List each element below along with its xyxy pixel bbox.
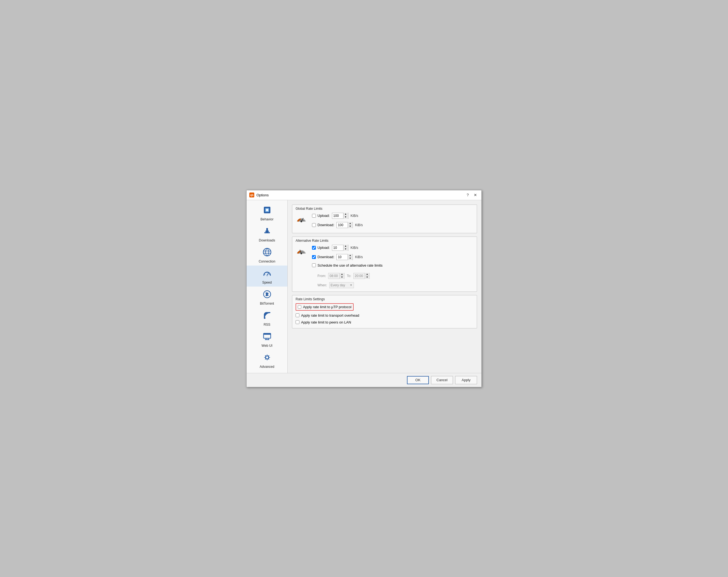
peers-checkbox[interactable]: [295, 320, 300, 324]
advanced-icon: [263, 353, 271, 364]
to-time-value[interactable]: 20:00: [354, 273, 365, 278]
global-download-spin[interactable]: 100 ▲ ▼: [336, 222, 353, 228]
help-button[interactable]: ?: [464, 192, 471, 198]
utp-checkbox[interactable]: [298, 305, 301, 309]
sidebar-item-downloads[interactable]: Downloads: [246, 223, 287, 245]
transport-checkbox[interactable]: [295, 313, 300, 317]
schedule-row: Schedule the use of alternative rate lim…: [312, 263, 383, 268]
global-upload-spin-up[interactable]: ▲: [343, 213, 348, 216]
alt-upload-input[interactable]: 10: [332, 245, 343, 250]
alt-upload-checkbox-label[interactable]: Upload:: [312, 246, 330, 250]
dialog-footer: OK Cancel Apply: [246, 373, 482, 387]
rss-icon: [263, 311, 271, 322]
alt-upload-spin-up[interactable]: ▲: [343, 245, 348, 248]
alt-rows: Upload: 10 ▲ ▼ KiB/s: [295, 245, 473, 288]
advanced-label: Advanced: [260, 365, 274, 368]
behavior-icon: [263, 205, 271, 216]
alt-inputs-col: Upload: 10 ▲ ▼ KiB/s: [312, 245, 383, 288]
main-content: Global Rate Limits: [288, 200, 482, 373]
global-download-spin-buttons: ▲ ▼: [347, 222, 352, 228]
alt-download-spin-up[interactable]: ▲: [348, 254, 352, 257]
peers-checkbox-label[interactable]: Apply rate limit to peers on LAN: [295, 320, 473, 324]
alt-download-checkbox[interactable]: [312, 255, 316, 259]
alt-download-spin-buttons: ▲ ▼: [347, 254, 352, 260]
peers-label: Apply rate limit to peers on LAN: [301, 320, 351, 324]
alt-upload-row: Upload: 10 ▲ ▼ KiB/s: [312, 245, 383, 251]
ok-button[interactable]: OK: [407, 376, 429, 384]
transport-checkbox-label[interactable]: Apply rate limit to transport overhead: [295, 313, 473, 318]
from-time-spin-up[interactable]: ▲: [340, 273, 344, 276]
from-time-spin-down[interactable]: ▼: [340, 276, 344, 279]
global-download-spin-up[interactable]: ▲: [348, 222, 352, 225]
schedule-label: Schedule the use of alternative rate lim…: [317, 263, 383, 268]
alt-speedometer: [295, 245, 307, 256]
alt-download-spin[interactable]: 10 ▲ ▼: [336, 254, 353, 260]
global-upload-checkbox-label[interactable]: Upload:: [312, 214, 330, 218]
app-icon: qb: [249, 193, 254, 197]
from-time-value[interactable]: 08:00: [329, 273, 339, 278]
alt-download-input[interactable]: 10: [337, 255, 347, 259]
sidebar-item-bittorrent[interactable]: BitTorrent: [246, 286, 287, 308]
title-bar: qb Options ? ✕: [246, 190, 482, 200]
title-bar-left: qb Options: [249, 193, 269, 197]
global-upload-spin[interactable]: 100 ▲ ▼: [332, 213, 348, 219]
when-value: Every day: [331, 283, 345, 287]
rate-limits-settings-header: Rate Limits Settings: [292, 295, 477, 301]
global-rate-limits-title: Global Rate Limits: [295, 207, 322, 211]
alt-download-spin-down[interactable]: ▼: [348, 257, 352, 260]
svg-rect-5: [266, 228, 268, 231]
when-dropdown[interactable]: Every day ▼: [329, 282, 354, 288]
transport-row: Apply rate limit to transport overhead: [295, 313, 473, 318]
title-bar-controls: ? ✕: [464, 192, 479, 198]
alt-download-label: Download:: [317, 255, 334, 259]
speed-icon: [263, 269, 271, 279]
to-time-spin-down[interactable]: ▼: [365, 276, 369, 279]
global-rate-limits-header: Global Rate Limits: [292, 205, 477, 211]
svg-line-13: [264, 274, 265, 275]
window-title: Options: [256, 193, 269, 197]
from-time-input[interactable]: 08:00 ▲ ▼: [328, 273, 344, 279]
sidebar-item-behavior[interactable]: Behavior: [246, 202, 287, 223]
global-download-spin-down[interactable]: ▼: [348, 225, 352, 228]
apply-button[interactable]: Apply: [455, 376, 477, 384]
close-button[interactable]: ✕: [472, 192, 479, 198]
alt-download-checkbox-label[interactable]: Download:: [312, 255, 334, 259]
alt-upload-spin[interactable]: 10 ▲ ▼: [332, 245, 348, 251]
alt-upload-label: Upload:: [317, 246, 330, 250]
connection-icon: [263, 248, 271, 258]
dialog-body: Behavior Downloads: [246, 200, 482, 373]
to-time-input[interactable]: 20:00 ▲ ▼: [353, 273, 370, 279]
sidebar: Behavior Downloads: [246, 200, 288, 373]
sidebar-item-speed[interactable]: Speed: [246, 266, 287, 286]
global-rate-limits-section: Global Rate Limits: [292, 204, 477, 233]
sidebar-item-rss[interactable]: RSS: [246, 308, 287, 329]
to-label: To:: [347, 274, 351, 278]
webui-label: Web UI: [262, 344, 272, 348]
global-upload-checkbox[interactable]: [312, 214, 316, 218]
global-upload-input[interactable]: 100: [332, 213, 343, 218]
downloads-label: Downloads: [259, 239, 275, 242]
from-time-spin-buttons: ▲ ▼: [339, 273, 344, 279]
global-download-checkbox-label[interactable]: Download:: [312, 223, 334, 227]
global-download-row: Download: 100 ▲ ▼ KiB/s: [312, 222, 363, 228]
schedule-checkbox-label[interactable]: Schedule the use of alternative rate lim…: [312, 263, 383, 268]
global-download-input[interactable]: 100: [337, 223, 347, 227]
global-upload-label: Upload:: [317, 214, 330, 218]
alt-upload-checkbox[interactable]: [312, 246, 316, 250]
rss-label: RSS: [264, 323, 270, 327]
schedule-checkbox[interactable]: [312, 263, 316, 267]
speed-label: Speed: [262, 280, 272, 284]
svg-rect-19: [264, 333, 271, 335]
global-download-unit: KiB/s: [355, 223, 363, 227]
sidebar-item-webui[interactable]: Web UI: [246, 329, 287, 350]
alt-upload-spin-down[interactable]: ▼: [343, 248, 348, 251]
global-upload-spin-buttons: ▲ ▼: [343, 213, 348, 219]
to-time-spin-up[interactable]: ▲: [365, 273, 369, 276]
global-upload-spin-down[interactable]: ▼: [343, 216, 348, 219]
global-download-checkbox[interactable]: [312, 223, 316, 227]
svg-line-14: [269, 274, 270, 275]
alt-download-unit: KiB/s: [355, 255, 363, 259]
sidebar-item-connection[interactable]: Connection: [246, 245, 287, 266]
cancel-button[interactable]: Cancel: [431, 376, 453, 384]
sidebar-item-advanced[interactable]: Advanced: [246, 350, 287, 371]
